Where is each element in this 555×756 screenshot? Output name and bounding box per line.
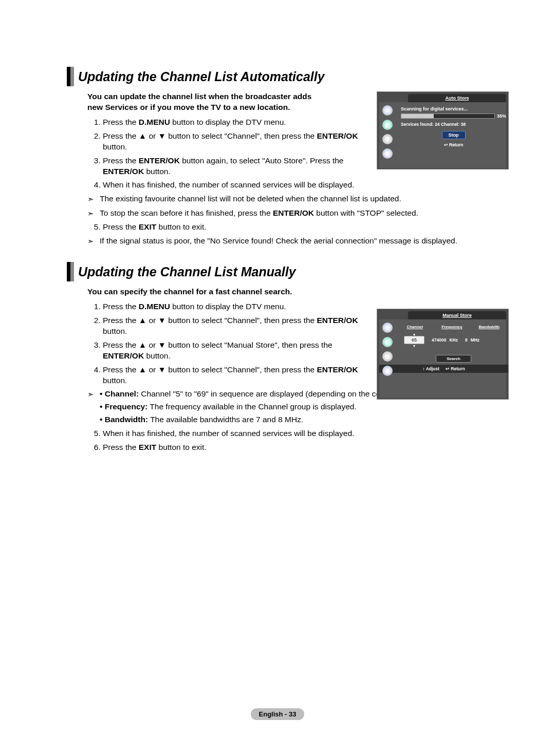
menu-icon: ⚙ <box>382 134 393 144</box>
progress-bar <box>401 114 495 119</box>
note-1-1: ➣ The existing favourite channel list wi… <box>87 194 509 204</box>
step-2-6: Press the EXIT button to exit. <box>103 442 509 453</box>
frequency-value: 474000 <box>432 337 446 343</box>
col-bandwidth: Bandwidth <box>475 325 503 329</box>
progress-percent: 35% <box>497 114 506 119</box>
chevron-down-icon[interactable]: ▼ <box>404 344 424 348</box>
bullet-bandwidth: • Bandwidth: The available bandwidths ar… <box>100 414 509 425</box>
tab-auto-store: Auto Store <box>408 94 506 102</box>
note-arrow-icon: ➣ <box>87 236 100 247</box>
return-hint: ↩ Return <box>446 366 465 371</box>
step-1-4: When it has finished, the number of scan… <box>103 180 509 191</box>
section-heading-auto: Updating the Channel List Automatically <box>67 67 509 86</box>
screenshot-manual-store: Manual Store ✳ ◧ ⚙ ◉ Channel Frequency B… <box>377 309 509 400</box>
heading-auto: Updating the Channel List Automatically <box>78 69 325 84</box>
page-number: English - 33 <box>251 708 305 720</box>
note-arrow-icon: ➣ <box>87 208 100 219</box>
menu-icon: ◉ <box>382 148 393 159</box>
menu-icon: ◉ <box>382 366 393 376</box>
menu-icon: ✳ <box>382 323 393 333</box>
bullet-frequency: • Frequency: The frequency available in … <box>100 402 509 412</box>
tab-manual-store: Manual Store <box>408 311 506 319</box>
step-1-5: Press the EXIT button to exit. <box>103 222 509 233</box>
menu-icon: ◧ <box>382 120 393 130</box>
services-found-text: Services found: 24 Channel: 38 <box>401 119 506 130</box>
menu-icon: ◧ <box>382 337 393 347</box>
col-channel: Channel <box>401 325 429 329</box>
search-button[interactable]: Search <box>436 355 471 363</box>
section-heading-manual: Updating the Channel List Manually <box>67 262 509 281</box>
adjust-hint: ↕ Adjust <box>422 366 439 371</box>
bandwidth-value: 8 <box>465 337 468 343</box>
channel-value[interactable]: 65 <box>404 336 424 344</box>
heading-bar-icon <box>67 67 74 86</box>
chevron-up-icon[interactable]: ▲ <box>404 332 424 336</box>
screenshot-auto-store: Auto Store ✳ ◧ ⚙ ◉ Scanning for digital … <box>377 91 509 169</box>
col-frequency: Frequency <box>438 325 466 329</box>
page-footer: English - 33 <box>0 708 555 720</box>
note-1-2: ➣ To stop the scan before it has finishe… <box>87 208 509 219</box>
menu-icon: ⚙ <box>382 351 393 362</box>
intro-auto: You can update the channel list when the… <box>87 91 313 113</box>
note-arrow-icon: ➣ <box>87 194 100 204</box>
step-2-5: When it has finished, the number of scan… <box>103 428 509 439</box>
heading-manual: Updating the Channel List Manually <box>78 264 296 279</box>
scanning-text: Scanning for digital services... <box>401 102 506 114</box>
stop-button[interactable]: Stop <box>442 131 466 139</box>
note-arrow-icon: ➣ <box>87 389 100 425</box>
heading-bar-icon <box>67 262 74 281</box>
menu-icon: ✳ <box>382 105 393 116</box>
note-1-3: ➣ If the signal status is poor, the "No … <box>87 236 509 247</box>
return-hint: ↩ Return <box>401 142 506 147</box>
intro-manual: You can specify the channel for a fast c… <box>87 287 313 297</box>
bandwidth-unit: MHz <box>471 337 479 343</box>
frequency-unit: KHz <box>449 337 458 343</box>
